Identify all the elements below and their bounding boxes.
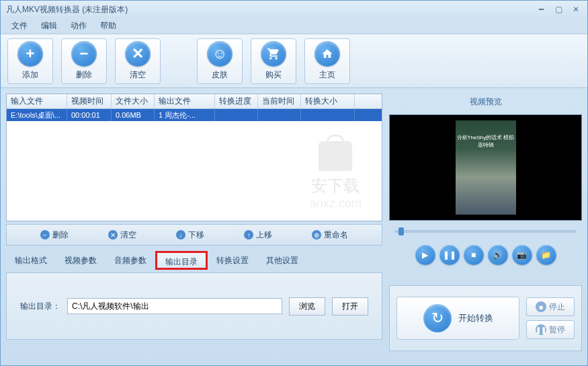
snapshot-button[interactable]: 📷 bbox=[512, 245, 532, 265]
tab-convert-settings[interactable]: 转换设置 bbox=[208, 251, 257, 270]
clear-button[interactable]: ✕ 清空 bbox=[115, 38, 161, 84]
list-clear-button[interactable]: ✕ 清空 bbox=[108, 229, 136, 241]
x-icon: ✕ bbox=[125, 41, 151, 67]
table-header: 输入文件 视频时间 文件大小 输出文件 转换进度 当前时间 转换大小 bbox=[7, 94, 382, 109]
header-file-size[interactable]: 文件大小 bbox=[112, 94, 155, 108]
cell-input-file: E:\tools\桌面\... bbox=[7, 109, 67, 121]
minimize-button[interactable]: ━ bbox=[535, 5, 547, 14]
convert-area: ↻ 开始转换 ■ 停止 ❚❚ 暂停 bbox=[389, 285, 582, 351]
cart-icon bbox=[261, 41, 286, 67]
tab-content: 输出目录： 浏览 打开 bbox=[6, 272, 382, 340]
tab-video-params[interactable]: 视频参数 bbox=[56, 251, 106, 270]
home-button[interactable]: 主页 bbox=[304, 38, 350, 84]
list-delete-button[interactable]: − 删除 bbox=[40, 229, 69, 241]
tab-other-settings[interactable]: 其他设置 bbox=[257, 251, 307, 270]
cell-video-time: 00:00:01 bbox=[67, 109, 112, 121]
arrow-down-icon: ↓ bbox=[176, 230, 185, 240]
menu-edit[interactable]: 编辑 bbox=[34, 18, 64, 34]
header-convert-size[interactable]: 转换大小 bbox=[301, 94, 355, 108]
header-progress[interactable]: 转换进度 bbox=[215, 94, 258, 108]
toolbar: + 添加 − 删除 ✕ 清空 ☺ 皮肤 购买 主页 bbox=[1, 34, 587, 88]
stop-button[interactable]: ■ bbox=[464, 245, 484, 265]
menu-action[interactable]: 动作 bbox=[64, 18, 93, 34]
stop-icon: ■ bbox=[536, 301, 546, 312]
convert-icon: ↻ bbox=[423, 304, 452, 332]
player-controls: ▶ ❚❚ ■ 🔊 📷 📁 bbox=[389, 242, 582, 268]
add-button[interactable]: + 添加 bbox=[7, 38, 53, 84]
x-icon: ✕ bbox=[108, 230, 118, 240]
list-rename-button[interactable]: ⊕ 重命名 bbox=[312, 229, 348, 241]
watermark: 安下载 anxz.com bbox=[310, 141, 362, 211]
pause-convert-button[interactable]: ❚❚ 暂停 bbox=[526, 320, 575, 339]
pause-icon: ❚❚ bbox=[536, 324, 546, 335]
output-dir-label: 输出目录： bbox=[20, 301, 60, 312]
video-preview: 分析TheShy的话术 模拟器特辑 bbox=[389, 114, 582, 221]
header-output-file[interactable]: 输出文件 bbox=[155, 94, 215, 108]
menubar: 文件 编辑 动作 帮助 bbox=[1, 18, 587, 34]
skin-button[interactable]: ☺ 皮肤 bbox=[197, 38, 243, 84]
folder-button[interactable]: 📁 bbox=[536, 245, 556, 265]
browse-button[interactable]: 浏览 bbox=[289, 297, 325, 316]
menu-file[interactable]: 文件 bbox=[5, 18, 34, 34]
header-current-time[interactable]: 当前时间 bbox=[258, 94, 301, 108]
cell-output-file: 1 周杰伦-... bbox=[155, 109, 215, 121]
cell-progress bbox=[215, 109, 258, 121]
output-dir-input[interactable] bbox=[67, 298, 282, 314]
list-actions: − 删除 ✕ 清空 ↓ 下移 ↑ 上移 ⊕ 重命名 bbox=[6, 224, 382, 246]
buy-button[interactable]: 购买 bbox=[251, 38, 296, 84]
start-convert-button[interactable]: ↻ 开始转换 bbox=[396, 297, 519, 340]
minus-icon: − bbox=[40, 230, 50, 240]
pause-button[interactable]: ❚❚ bbox=[439, 245, 460, 265]
menu-help[interactable]: 帮助 bbox=[93, 18, 123, 34]
cell-file-size: 0.06MB bbox=[112, 109, 155, 121]
home-icon bbox=[314, 41, 340, 67]
preview-title: 视频预览 bbox=[389, 94, 582, 110]
cell-current-time bbox=[258, 109, 301, 121]
cell-convert-size bbox=[301, 109, 355, 121]
table-row[interactable]: E:\tools\桌面\... 00:00:01 0.06MB 1 周杰伦-..… bbox=[7, 109, 382, 121]
preview-frame: 分析TheShy的话术 模拟器特辑 bbox=[456, 120, 516, 215]
seek-slider[interactable] bbox=[389, 225, 582, 238]
delete-button[interactable]: − 删除 bbox=[61, 38, 107, 84]
volume-button[interactable]: 🔊 bbox=[488, 245, 508, 265]
tab-output-format[interactable]: 输出格式 bbox=[6, 251, 56, 270]
stop-convert-button[interactable]: ■ 停止 bbox=[526, 297, 575, 316]
app-title: 凡人MKV视频转换器 (未注册版本) bbox=[6, 4, 535, 15]
plus-icon: + bbox=[17, 41, 43, 67]
minus-icon: − bbox=[71, 41, 97, 67]
tab-output-dir[interactable]: 输出目录 bbox=[155, 251, 208, 270]
maximize-button[interactable]: ▢ bbox=[552, 5, 564, 14]
close-button[interactable]: ✕ bbox=[570, 5, 582, 14]
arrow-up-icon: ↑ bbox=[244, 230, 253, 240]
open-button[interactable]: 打开 bbox=[332, 297, 368, 316]
tabs: 输出格式 视频参数 音频参数 输出目录 转换设置 其他设置 bbox=[6, 251, 382, 270]
header-video-time[interactable]: 视频时间 bbox=[67, 94, 112, 108]
header-input-file[interactable]: 输入文件 bbox=[7, 94, 67, 108]
file-table: 输入文件 视频时间 文件大小 输出文件 转换进度 当前时间 转换大小 E:\to… bbox=[6, 94, 382, 221]
tab-audio-params[interactable]: 音频参数 bbox=[106, 251, 155, 270]
smile-icon: ☺ bbox=[207, 41, 233, 67]
list-down-button[interactable]: ↓ 下移 bbox=[176, 229, 204, 241]
titlebar: 凡人MKV视频转换器 (未注册版本) ━ ▢ ✕ bbox=[1, 1, 587, 18]
list-up-button[interactable]: ↑ 上移 bbox=[244, 229, 272, 241]
rename-icon: ⊕ bbox=[312, 230, 321, 240]
play-button[interactable]: ▶ bbox=[415, 245, 435, 265]
